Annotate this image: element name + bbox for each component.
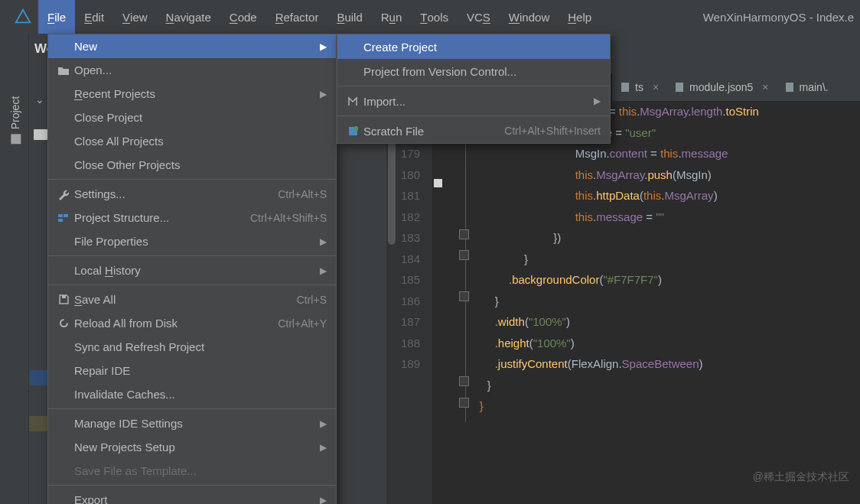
menu-item-label: File Properties bbox=[73, 235, 320, 248]
new-submenu: Create ProjectProject from Version Contr… bbox=[337, 34, 611, 144]
menu-item-open-[interactable]: Open... bbox=[48, 58, 336, 82]
submenu-item-label: Import... bbox=[362, 95, 594, 108]
breakpoint-icon[interactable] bbox=[434, 179, 442, 187]
menu-window[interactable]: Window bbox=[500, 0, 559, 34]
window-title: WenXinHarmonyOS - Index.e bbox=[703, 11, 860, 24]
chevron-right-icon: ▶ bbox=[320, 236, 327, 247]
line-number: 189 bbox=[386, 353, 420, 375]
project-icon bbox=[11, 134, 21, 144]
shortcut-label: Ctrl+Alt+Shift+Insert bbox=[504, 125, 601, 137]
line-number: 186 bbox=[386, 291, 420, 312]
close-icon[interactable]: × bbox=[648, 81, 659, 93]
menu-item-label: New Projects Setup bbox=[73, 441, 320, 454]
menu-item-save-all[interactable]: Save AllCtrl+S bbox=[48, 288, 336, 311]
menu-run[interactable]: Run bbox=[372, 0, 412, 34]
menu-item-label: Manage IDE Settings bbox=[73, 417, 320, 430]
menu-item-local-history[interactable]: Local History▶ bbox=[48, 259, 336, 282]
submenu-item-import-[interactable]: Import...▶ bbox=[337, 89, 610, 113]
file-menu-dropdown: New▶Open...Recent Projects▶Close Project… bbox=[47, 34, 337, 504]
menu-refactor[interactable]: Refactor bbox=[266, 0, 328, 34]
menu-item-recent-projects[interactable]: Recent Projects▶ bbox=[48, 82, 336, 106]
menu-tools[interactable]: Tools bbox=[411, 0, 458, 34]
menu-item-label: Close All Projects bbox=[73, 135, 327, 148]
close-icon[interactable]: × bbox=[757, 81, 768, 93]
reload-icon bbox=[54, 317, 73, 329]
menu-item-label: Project Structure... bbox=[73, 211, 250, 224]
menu-item-close-all-projects[interactable]: Close All Projects bbox=[48, 129, 336, 153]
svg-rect-2 bbox=[58, 219, 63, 222]
chevron-right-icon: ▶ bbox=[320, 89, 327, 99]
editor-tab[interactable]: main\. bbox=[777, 73, 836, 101]
line-number: 188 bbox=[386, 333, 420, 354]
wrench-icon bbox=[54, 188, 73, 200]
submenu-item-scratch-file[interactable]: Scratch FileCtrl+Alt+Shift+Insert bbox=[337, 119, 610, 143]
save-icon bbox=[54, 294, 73, 305]
submenu-item-project-from-version-control-[interactable]: Project from Version Control... bbox=[337, 59, 610, 83]
code-line: } bbox=[467, 249, 860, 270]
menu-code[interactable]: Code bbox=[220, 0, 266, 34]
project-tool-button[interactable]: Project bbox=[9, 96, 21, 145]
menu-item-label: Close Project bbox=[73, 111, 327, 124]
fold-column bbox=[431, 101, 461, 504]
code-line: this.MsgArray.push(MsgIn) bbox=[467, 164, 860, 186]
menu-item-label: Repair IDE bbox=[73, 364, 327, 377]
menu-item-new-projects-setup[interactable]: New Projects Setup▶ bbox=[48, 435, 336, 459]
menu-item-label: Recent Projects bbox=[73, 87, 320, 100]
menu-item-settings-[interactable]: Settings...Ctrl+Alt+S bbox=[48, 182, 336, 206]
code-line: }) bbox=[467, 227, 860, 249]
menu-item-close-project[interactable]: Close Project bbox=[48, 106, 336, 129]
menu-item-close-other-projects[interactable]: Close Other Projects bbox=[48, 153, 336, 177]
menu-view[interactable]: View bbox=[113, 0, 157, 34]
menu-item-manage-ide-settings[interactable]: Manage IDE Settings▶ bbox=[48, 411, 336, 435]
menu-item-invalidate-caches-[interactable]: Invalidate Caches... bbox=[48, 382, 336, 406]
menu-item-new[interactable]: New▶ bbox=[48, 34, 336, 58]
menu-item-label: Settings... bbox=[73, 187, 278, 200]
menu-help[interactable]: Help bbox=[559, 0, 601, 34]
menu-item-file-properties[interactable]: File Properties▶ bbox=[48, 229, 336, 253]
shortcut-label: Ctrl+Alt+S bbox=[278, 188, 327, 200]
chevron-down-icon[interactable]: ⌄ bbox=[35, 93, 44, 106]
menu-item-export[interactable]: Export▶ bbox=[48, 488, 336, 504]
svg-point-5 bbox=[353, 126, 358, 131]
editor-tab[interactable]: module.json5× bbox=[666, 73, 776, 101]
menu-item-label: Export bbox=[73, 493, 320, 504]
scratch-icon bbox=[344, 125, 362, 137]
chevron-right-icon: ▶ bbox=[320, 41, 327, 52]
chevron-right-icon: ▶ bbox=[594, 96, 601, 106]
menu-item-label: Close Other Projects bbox=[73, 158, 327, 171]
menu-file[interactable]: File bbox=[38, 0, 75, 34]
menu-item-reload-all-from-disk[interactable]: Reload All from DiskCtrl+Alt+Y bbox=[48, 311, 336, 335]
submenu-item-create-project[interactable]: Create Project bbox=[337, 34, 610, 59]
menu-item-label: Sync and Refresh Project bbox=[73, 340, 327, 353]
file-icon bbox=[620, 82, 630, 93]
svg-rect-6 bbox=[621, 83, 629, 92]
editor-tab[interactable]: ts× bbox=[612, 73, 666, 101]
tab-label: ts bbox=[635, 81, 643, 93]
menu-item-project-structure-[interactable]: Project Structure...Ctrl+Alt+Shift+S bbox=[48, 206, 336, 229]
menu-vcs[interactable]: VCS bbox=[458, 0, 500, 34]
menu-edit[interactable]: Edit bbox=[75, 0, 113, 34]
tool-window-bar: Project bbox=[0, 34, 29, 504]
line-number: 187 bbox=[386, 311, 420, 333]
menu-build[interactable]: Build bbox=[327, 0, 371, 34]
menu-item-label: Local History bbox=[73, 264, 320, 277]
code-line: .backgroundColor("#F7F7F7") bbox=[467, 269, 860, 291]
code-line: this.message = "" bbox=[467, 206, 860, 228]
menu-navigate[interactable]: Navigate bbox=[157, 0, 220, 34]
svg-rect-7 bbox=[676, 83, 683, 92]
watermark: @稀土掘金技术社区 bbox=[753, 470, 849, 484]
shortcut-label: Ctrl+Alt+Shift+S bbox=[250, 212, 327, 224]
menu-item-sync-and-refresh-project[interactable]: Sync and Refresh Project bbox=[48, 335, 336, 359]
tab-label: main\. bbox=[800, 81, 829, 93]
chevron-right-icon: ▶ bbox=[320, 495, 327, 505]
editor-tabs: ts×module.json5×main\. bbox=[612, 73, 860, 101]
menu-item-label: Open... bbox=[73, 63, 327, 76]
gutter-highlight bbox=[29, 370, 48, 385]
shortcut-label: Ctrl+Alt+Y bbox=[278, 317, 327, 330]
chevron-right-icon: ▶ bbox=[320, 418, 327, 429]
project-tool-label: Project bbox=[9, 96, 21, 130]
svg-rect-8 bbox=[786, 83, 793, 92]
menu-item-repair-ide[interactable]: Repair IDE bbox=[48, 359, 336, 382]
code-editor[interactable]: id = this.MsgArray.length.toStrin ole = … bbox=[467, 101, 860, 504]
file-icon bbox=[784, 82, 795, 93]
